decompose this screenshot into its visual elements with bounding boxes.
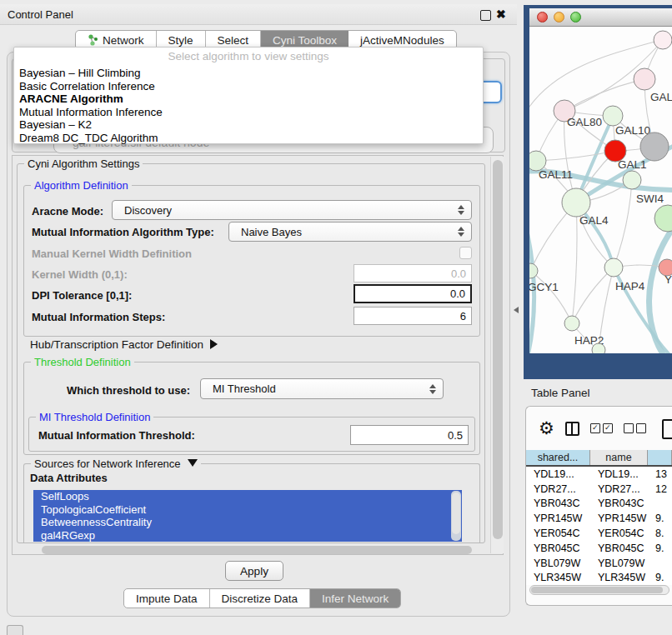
node-label: GAL11 bbox=[539, 168, 573, 181]
algorithm-option[interactable]: Bayesian – K2 bbox=[14, 118, 483, 132]
which-threshold-value: MI Threshold bbox=[213, 382, 276, 395]
tab-infer-network[interactable]: Infer Network bbox=[310, 589, 400, 608]
attribute-list-item[interactable]: TopologicalCoefficient bbox=[33, 503, 462, 517]
network-node-hap2[interactable] bbox=[564, 316, 579, 331]
minimize-traffic-light-icon[interactable] bbox=[554, 12, 564, 22]
apply-button[interactable]: Apply bbox=[225, 561, 283, 581]
network-node-gal10[interactable] bbox=[603, 106, 623, 126]
table-row[interactable]: YPR145WYPR145W9. bbox=[526, 511, 672, 526]
network-edge bbox=[529, 235, 534, 353]
which-threshold-combo[interactable]: MI Threshold bbox=[200, 378, 444, 399]
table-cell: YER054C bbox=[590, 528, 648, 539]
algorithm-option[interactable]: Basic Correlation Inference bbox=[14, 80, 483, 93]
close-traffic-light-icon[interactable] bbox=[537, 12, 548, 22]
data-attributes-list[interactable]: SelfLoopsTopologicalCoefficientBetweenne… bbox=[33, 490, 462, 542]
dpi-tolerance-field[interactable]: 0.0 bbox=[354, 284, 472, 303]
column-header-shared...[interactable]: shared... bbox=[526, 450, 590, 465]
table-cell: 12 bbox=[648, 483, 667, 495]
export-table-icon[interactable] bbox=[662, 419, 672, 439]
table-row[interactable]: YBR043CYBR043C bbox=[526, 497, 672, 512]
aracne-mode-label: Aracne Mode: bbox=[32, 205, 103, 218]
mi-type-combo[interactable]: Naive Bayes bbox=[228, 222, 472, 242]
expand-arrow-icon bbox=[188, 459, 198, 467]
network-canvas[interactable]: GAL80GALGAL10GAL1GAL11GAL4SWI4HAP4YGCY1H… bbox=[529, 27, 672, 353]
mi-threshold-label: Mutual Information Threshold: bbox=[38, 429, 195, 442]
threshold-definition-title: Threshold Definition bbox=[31, 356, 134, 368]
attribute-list-item[interactable]: BetweennessCentrality bbox=[33, 516, 462, 529]
network-node[interactable] bbox=[592, 343, 605, 353]
column-header-cut[interactable] bbox=[648, 450, 672, 465]
dpi-tolerance-value: 0.0 bbox=[450, 288, 465, 300]
table-row[interactable]: YER054CYER054C8. bbox=[526, 526, 672, 541]
table-cell: YLR345W bbox=[526, 572, 590, 583]
table-cell: 9. bbox=[648, 542, 664, 554]
network-node[interactable] bbox=[654, 205, 672, 232]
tab-label: Select bbox=[218, 34, 249, 47]
hub-definition-toggle[interactable]: Hub/Transcription Factor Definition bbox=[30, 338, 218, 351]
hub-definition-label: Hub/Transcription Factor Definition bbox=[30, 338, 203, 351]
table-hscroll-thumb[interactable] bbox=[531, 587, 663, 593]
network-node-hap4[interactable] bbox=[604, 258, 623, 277]
settings-vertical-scrollbar[interactable] bbox=[490, 157, 504, 553]
column-header-name[interactable]: name bbox=[590, 450, 648, 465]
table-row[interactable]: YLR345WYLR345W9. bbox=[526, 571, 672, 585]
zoom-traffic-light-icon[interactable] bbox=[570, 12, 581, 22]
network-node-swi4[interactable] bbox=[623, 171, 641, 189]
tab-discretize-data[interactable]: Discretize Data bbox=[210, 589, 311, 608]
table-horizontal-scrollbar[interactable] bbox=[529, 585, 669, 595]
kernel-width-field[interactable]: 0.0 bbox=[354, 264, 472, 282]
list-scrollbar[interactable] bbox=[451, 491, 461, 541]
network-window-titlebar[interactable] bbox=[529, 8, 672, 27]
manual-kernel-checkbox[interactable] bbox=[459, 247, 472, 259]
panel-collapse-arrow-icon[interactable] bbox=[514, 307, 519, 313]
table-cell: YBL079W bbox=[526, 558, 590, 569]
network-edge bbox=[649, 225, 672, 353]
combo-spinner-icon bbox=[429, 383, 437, 395]
mi-steps-field[interactable]: 6 bbox=[354, 307, 472, 325]
mi-threshold-field[interactable]: 0.5 bbox=[350, 425, 469, 445]
table-cell: YDL19... bbox=[590, 468, 648, 480]
select-all-icon[interactable]: ✓✓ bbox=[590, 423, 613, 433]
sources-group-title[interactable]: Sources for Network Inference bbox=[31, 458, 201, 470]
network-edge bbox=[572, 202, 577, 323]
algorithm-option[interactable]: ARACNE Algorithm bbox=[14, 92, 483, 106]
combo-spinner-icon bbox=[458, 226, 465, 238]
algorithm-option[interactable]: Dream8 DC_TDC Algorithm bbox=[14, 132, 483, 145]
scrollbar-thumb[interactable] bbox=[493, 160, 503, 539]
application-window: Control Panel ✖ NetworkStyleSelectCyni T… bbox=[0, 0, 672, 635]
deselect-all-icon[interactable] bbox=[624, 423, 646, 433]
algorithm-option[interactable]: Mutual Information Inference bbox=[14, 106, 483, 119]
network-node[interactable] bbox=[640, 132, 669, 161]
aracne-mode-combo[interactable]: Discovery bbox=[112, 200, 472, 220]
table-cell: 13 bbox=[648, 468, 667, 480]
network-node[interactable] bbox=[654, 31, 672, 49]
table-row[interactable]: YDR27...YDR27...12 bbox=[526, 482, 672, 497]
list-scrollbar-thumb[interactable] bbox=[452, 492, 460, 534]
tab-impute-data[interactable]: Impute Data bbox=[124, 589, 210, 608]
node-label: SWI4 bbox=[636, 192, 664, 205]
network-node-gal[interactable] bbox=[634, 68, 655, 90]
table-row[interactable]: YBL079WYBL079W bbox=[526, 556, 672, 571]
table-cell: 9. bbox=[648, 572, 664, 583]
table-cell: YBR045C bbox=[526, 542, 590, 554]
network-edge bbox=[530, 271, 572, 323]
table-row[interactable]: YDL19...YDL19...13 bbox=[526, 467, 672, 482]
network-edge bbox=[614, 180, 632, 268]
table-panel: ⚙ ✓✓ shared...name YDL19...YDL19...13YDR… bbox=[525, 406, 672, 606]
attribute-list-item[interactable]: SelfLoops bbox=[33, 490, 462, 503]
network-node-gal4[interactable] bbox=[562, 188, 590, 217]
close-panel-icon[interactable]: ✖ bbox=[496, 10, 506, 19]
float-window-icon[interactable] bbox=[480, 10, 491, 21]
table-cell: YBR043C bbox=[590, 498, 648, 509]
mi-steps-value: 6 bbox=[460, 310, 466, 322]
node-label: GAL4 bbox=[579, 214, 609, 227]
attribute-list-item[interactable]: gal4RGexp bbox=[33, 529, 462, 542]
combo-spinner-icon bbox=[458, 204, 465, 216]
algorithm-combo-fragment[interactable] bbox=[482, 81, 502, 103]
columns-icon[interactable] bbox=[565, 422, 579, 436]
algorithm-option[interactable]: Bayesian – Hill Climbing bbox=[14, 67, 483, 80]
table-row[interactable]: YBR045CYBR045C9. bbox=[526, 541, 672, 556]
gear-icon[interactable]: ⚙ bbox=[539, 420, 554, 437]
settings-horizontal-scrollbar[interactable] bbox=[42, 546, 472, 554]
dock-grip-icon[interactable] bbox=[7, 625, 23, 635]
